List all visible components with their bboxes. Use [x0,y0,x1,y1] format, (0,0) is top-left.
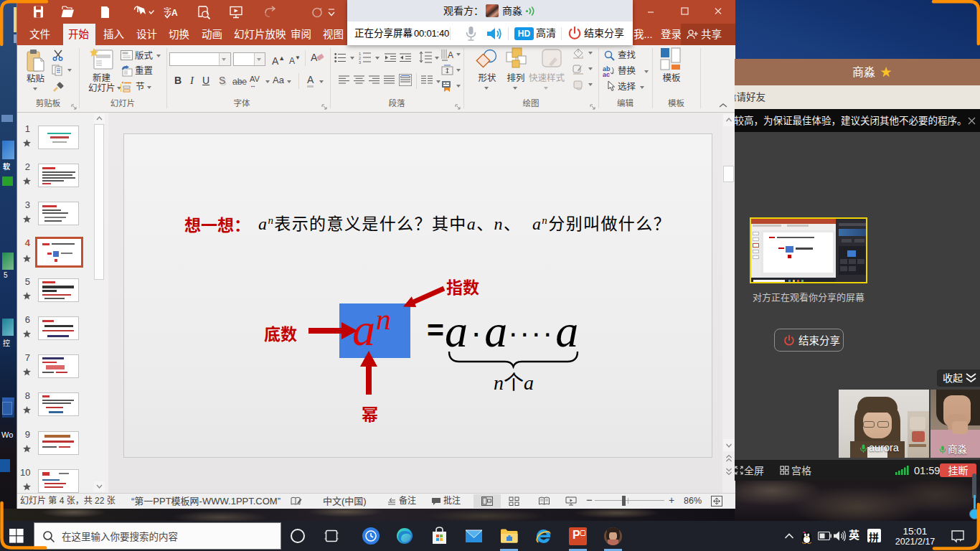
svg-text:ac: ac [603,71,610,77]
svg-text:A: A [171,8,178,18]
svg-text:3: 3 [359,60,361,65]
svg-text:A: A [448,50,453,60]
